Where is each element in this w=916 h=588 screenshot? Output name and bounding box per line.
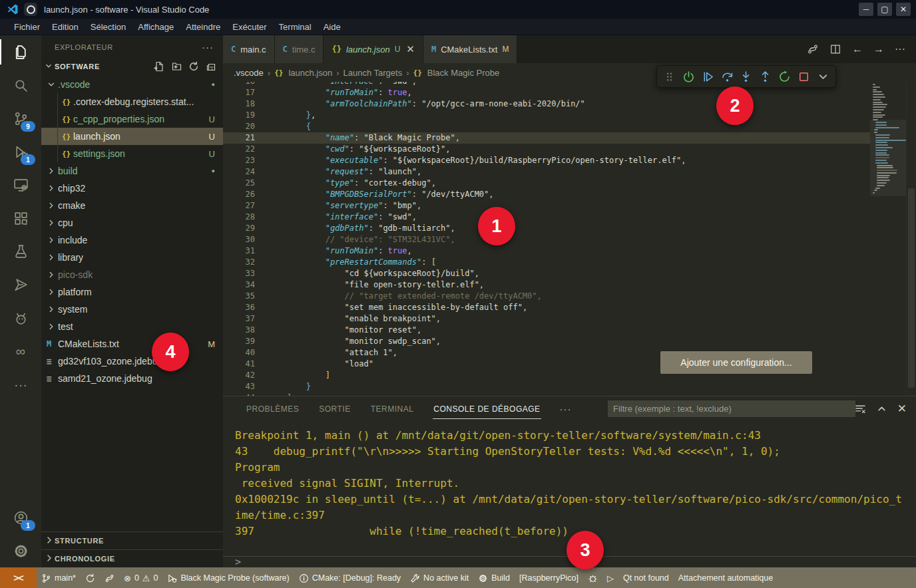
sidebar-section-structure[interactable]: STRUCTURE bbox=[41, 531, 223, 549]
activity-search-icon[interactable] bbox=[0, 69, 41, 102]
new-file-icon[interactable] bbox=[154, 61, 164, 72]
tree-item-samd21-ozone-jdebug[interactable]: ≡samd21_ozone.jdebug bbox=[41, 370, 223, 387]
tree-item-build[interactable]: build● bbox=[41, 162, 223, 180]
status-run-target[interactable]: ▷ bbox=[602, 573, 618, 583]
add-configuration-button[interactable]: Ajouter une configuration... bbox=[660, 351, 812, 374]
menu-item-0[interactable]: Fichier bbox=[8, 22, 46, 32]
menu-item-5[interactable]: Exécuter bbox=[226, 22, 272, 32]
status-debug-launch[interactable]: Black Magic Probe (software) bbox=[162, 573, 294, 583]
navigate-forward-icon[interactable]: → bbox=[873, 43, 884, 55]
tree-item--cortex-debug-registers-stat-[interactable]: {}.cortex-debug.registers.stat... bbox=[41, 93, 223, 110]
status-sync[interactable] bbox=[81, 573, 100, 583]
activity-remote-explorer-icon[interactable] bbox=[0, 168, 41, 202]
menu-item-3[interactable]: Affichage bbox=[132, 22, 180, 32]
status-cmake-kit[interactable]: No active kit bbox=[405, 573, 473, 583]
step-out-icon[interactable] bbox=[758, 69, 774, 84]
stop-icon[interactable] bbox=[796, 69, 812, 84]
activity-test-beaker-icon[interactable] bbox=[0, 235, 41, 268]
open-changes-icon[interactable] bbox=[807, 43, 819, 55]
chevron-down-icon[interactable] bbox=[815, 69, 831, 84]
tab-launch-json[interactable]: {}launch.jsonU✕ bbox=[324, 35, 423, 63]
scrollbar-slider[interactable] bbox=[908, 188, 915, 388]
tree-item-platform[interactable]: platform bbox=[41, 283, 223, 301]
status-qt-status[interactable]: Qt not found bbox=[618, 573, 674, 583]
collapse-panel-icon[interactable] bbox=[876, 403, 887, 414]
breadcrumb-item[interactable]: Launch Targets bbox=[344, 68, 403, 78]
step-into-icon[interactable] bbox=[738, 69, 754, 84]
tree-item-pico-sdk[interactable]: pico-sdk bbox=[41, 266, 223, 283]
continue-icon[interactable] bbox=[700, 69, 716, 84]
activity-files-icon[interactable] bbox=[0, 35, 41, 69]
tab-cmakelists-txt[interactable]: MCMakeLists.txtM bbox=[423, 35, 517, 63]
tree-item-cpu[interactable]: cpu bbox=[41, 214, 223, 231]
panel-tab-1[interactable]: SORTIE bbox=[318, 398, 351, 419]
clear-console-icon[interactable] bbox=[855, 403, 866, 414]
sidebar-more-icon[interactable]: ··· bbox=[202, 41, 214, 53]
folder-section-header[interactable]: SOFTWARE bbox=[41, 59, 223, 74]
menu-item-6[interactable]: Terminal bbox=[273, 22, 318, 32]
close-tab-icon[interactable]: ✕ bbox=[406, 43, 415, 55]
close-panel-icon[interactable]: ✕ bbox=[897, 402, 907, 416]
panel-more-icon[interactable]: ··· bbox=[560, 403, 572, 414]
menu-item-2[interactable]: Sélection bbox=[85, 22, 132, 32]
tree-item-system[interactable]: system bbox=[41, 301, 223, 318]
sidebar-section-chronologie[interactable]: CHRONOLOGIE bbox=[41, 549, 223, 567]
panel-tab-0[interactable]: PROBLÈMES bbox=[246, 398, 300, 419]
status-remote-indicator[interactable]: >< bbox=[0, 567, 37, 588]
activity-extensions-icon[interactable] bbox=[0, 202, 41, 235]
grip-icon[interactable] bbox=[661, 69, 677, 84]
activity-more-icon[interactable]: ··· bbox=[0, 368, 41, 401]
collapse-folders-icon[interactable] bbox=[206, 61, 216, 72]
status-cmake-build[interactable]: Build bbox=[473, 573, 515, 583]
tree-item-gd32vf103-ozone-jdebug[interactable]: ≡gd32vf103_ozone.jdebug bbox=[41, 353, 223, 370]
breadcrumb-item[interactable]: launch.json bbox=[288, 68, 332, 78]
tree-item-cmakelists-txt[interactable]: MCMakeLists.txtM bbox=[41, 335, 223, 353]
refresh-explorer-icon[interactable] bbox=[188, 61, 199, 72]
split-editor-icon[interactable] bbox=[829, 43, 841, 55]
activity-flag-extension-icon[interactable] bbox=[0, 268, 41, 301]
tree-item-c-cpp-properties-json[interactable]: {}c_cpp_properties.jsonU bbox=[41, 110, 223, 128]
minimize-button[interactable]: ─ bbox=[859, 3, 873, 16]
panel-tab-3[interactable]: CONSOLE DE DÉBOGAGE bbox=[433, 398, 541, 419]
activity-bug-face-icon[interactable] bbox=[0, 301, 41, 335]
navigate-back-icon[interactable]: ← bbox=[852, 43, 863, 55]
close-button[interactable]: ✕ bbox=[896, 3, 911, 16]
menu-item-1[interactable]: Edition bbox=[46, 22, 85, 32]
code-scroll-area[interactable]: 16"interface": "swd",17"runToMain": true… bbox=[223, 82, 870, 396]
activity-infinity-icon[interactable]: ∞ bbox=[0, 335, 41, 368]
status-compare-changes[interactable] bbox=[100, 573, 119, 583]
minimap[interactable] bbox=[870, 82, 906, 396]
tree-item-settings-json[interactable]: {}settings.jsonU bbox=[41, 145, 223, 162]
activity-run-debug-icon[interactable]: 1 bbox=[0, 135, 41, 168]
power-icon[interactable] bbox=[680, 69, 696, 84]
tree-item--vscode[interactable]: .vscode● bbox=[41, 76, 223, 93]
step-over-icon[interactable] bbox=[719, 69, 735, 84]
console-filter-input[interactable] bbox=[608, 400, 855, 417]
tab-main-c[interactable]: Cmain.c bbox=[223, 35, 275, 63]
status-auto-attach[interactable]: Attachement automatique bbox=[674, 573, 778, 583]
menu-item-7[interactable]: Aide bbox=[318, 22, 347, 32]
restart-icon[interactable] bbox=[777, 69, 793, 84]
tree-item-launch-json[interactable]: {}launch.jsonU bbox=[41, 128, 223, 145]
editor-scrollbar[interactable] bbox=[906, 82, 916, 396]
status-problems[interactable]: ⊗0⚠0 bbox=[119, 573, 162, 583]
tree-item-chip32[interactable]: chip32 bbox=[41, 180, 223, 197]
new-folder-icon[interactable] bbox=[171, 61, 182, 72]
status-git-branch[interactable]: main* bbox=[37, 573, 81, 583]
tree-item-cmake[interactable]: cmake bbox=[41, 197, 223, 214]
menu-item-4[interactable]: Atteindre bbox=[180, 22, 226, 32]
maximize-button[interactable]: ▢ bbox=[877, 3, 892, 16]
tree-item-library[interactable]: library bbox=[41, 249, 223, 266]
activity-account-icon[interactable]: 1 bbox=[0, 501, 41, 534]
panel-tab-2[interactable]: TERMINAL bbox=[370, 398, 415, 419]
status-cmake-status[interactable]: CMake: [Debug]: Ready bbox=[294, 573, 405, 583]
status-cmake-target[interactable]: [RaspberryPico] bbox=[515, 573, 583, 583]
status-debug-target[interactable] bbox=[583, 573, 602, 583]
tree-item-test[interactable]: test bbox=[41, 318, 223, 335]
breadcrumb-item[interactable]: .vscode bbox=[234, 68, 264, 78]
more-actions-icon[interactable]: ··· bbox=[895, 43, 905, 55]
activity-source-control-icon[interactable]: 9 bbox=[0, 102, 41, 135]
tree-item-include[interactable]: include bbox=[41, 231, 223, 249]
tab-time-c[interactable]: Ctime.c bbox=[275, 35, 324, 63]
activity-settings-gear-icon[interactable] bbox=[0, 534, 41, 567]
